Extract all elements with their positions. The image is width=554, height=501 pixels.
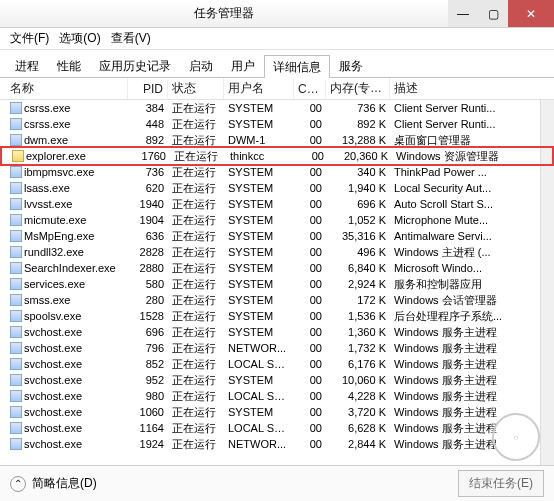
cell-desc: Antimalware Servi... <box>390 230 554 242</box>
table-row[interactable]: svchost.exe1924正在运行NETWOR...002,844 KWin… <box>0 436 554 452</box>
table-row[interactable]: micmute.exe1904正在运行SYSTEM001,052 KMicrop… <box>0 212 554 228</box>
process-icon <box>10 422 22 434</box>
process-icon <box>10 230 22 242</box>
tab-0[interactable]: 进程 <box>6 54 48 77</box>
table-row[interactable]: svchost.exe796正在运行NETWOR...001,732 KWind… <box>0 340 554 356</box>
cell-name: lsass.exe <box>6 182 128 194</box>
cell-mem: 2,924 K <box>326 278 390 290</box>
process-icon <box>10 102 22 114</box>
cell-mem: 10,060 K <box>326 374 390 386</box>
cell-mem: 13,288 K <box>326 134 390 146</box>
cell-cpu: 00 <box>294 342 326 354</box>
cell-status: 正在运行 <box>168 261 224 276</box>
cell-status: 正在运行 <box>168 229 224 244</box>
process-list: csrss.exe384正在运行SYSTEM00736 KClient Serv… <box>0 100 554 452</box>
watermark-icon: ○ <box>492 413 540 461</box>
col-pid[interactable]: PID <box>128 80 168 98</box>
process-icon <box>10 310 22 322</box>
cell-mem: 6,840 K <box>326 262 390 274</box>
cell-desc: ThinkPad Power ... <box>390 166 554 178</box>
tab-4[interactable]: 用户 <box>222 54 264 77</box>
col-user[interactable]: 用户名 <box>224 78 294 99</box>
table-row[interactable]: svchost.exe852正在运行LOCAL SE...006,176 KWi… <box>0 356 554 372</box>
table-row[interactable]: smss.exe280正在运行SYSTEM00172 KWindows 会话管理… <box>0 292 554 308</box>
cell-mem: 20,360 K <box>328 150 392 162</box>
cell-name: svchost.exe <box>6 390 128 402</box>
cell-cpu: 00 <box>294 102 326 114</box>
col-name[interactable]: 名称 <box>6 78 128 99</box>
cell-mem: 1,360 K <box>326 326 390 338</box>
table-row[interactable]: svchost.exe980正在运行LOCAL SE...004,228 KWi… <box>0 388 554 404</box>
cell-status: 正在运行 <box>168 117 224 132</box>
menu-options[interactable]: 选项(O) <box>55 28 104 49</box>
tab-bar: 进程性能应用历史记录启动用户详细信息服务 <box>0 50 554 78</box>
cell-mem: 340 K <box>326 166 390 178</box>
cell-status: 正在运行 <box>170 149 226 164</box>
process-icon <box>10 166 22 178</box>
minimize-button[interactable]: — <box>448 0 478 27</box>
table-row[interactable]: csrss.exe448正在运行SYSTEM00892 KClient Serv… <box>0 116 554 132</box>
cell-pid: 980 <box>128 390 168 402</box>
table-row[interactable]: ibmpmsvc.exe736正在运行SYSTEM00340 KThinkPad… <box>0 164 554 180</box>
cell-desc: Windows 服务主进程 <box>390 325 554 340</box>
cell-cpu: 00 <box>294 166 326 178</box>
cell-status: 正在运行 <box>168 405 224 420</box>
cell-mem: 6,628 K <box>326 422 390 434</box>
table-row[interactable]: MsMpEng.exe636正在运行SYSTEM0035,316 KAntima… <box>0 228 554 244</box>
cell-cpu: 00 <box>294 214 326 226</box>
tab-5[interactable]: 详细信息 <box>264 55 330 78</box>
cell-status: 正在运行 <box>168 197 224 212</box>
table-row[interactable]: svchost.exe952正在运行SYSTEM0010,060 KWindow… <box>0 372 554 388</box>
tab-6[interactable]: 服务 <box>330 54 372 77</box>
col-desc[interactable]: 描述 <box>390 78 554 99</box>
cell-mem: 892 K <box>326 118 390 130</box>
table-row[interactable]: lvvsst.exe1940正在运行SYSTEM00696 KAuto Scro… <box>0 196 554 212</box>
cell-pid: 736 <box>128 166 168 178</box>
cell-name: svchost.exe <box>6 326 128 338</box>
table-row[interactable]: svchost.exe696正在运行SYSTEM001,360 KWindows… <box>0 324 554 340</box>
tab-3[interactable]: 启动 <box>180 54 222 77</box>
cell-pid: 2880 <box>128 262 168 274</box>
cell-user: SYSTEM <box>224 198 294 210</box>
end-task-button[interactable]: 结束任务(E) <box>458 470 544 497</box>
table-row[interactable]: services.exe580正在运行SYSTEM002,924 K服务和控制器… <box>0 276 554 292</box>
cell-mem: 496 K <box>326 246 390 258</box>
process-icon <box>10 118 22 130</box>
cell-desc: Windows 服务主进程 <box>390 373 554 388</box>
col-cpu[interactable]: CPU <box>294 80 326 98</box>
tab-1[interactable]: 性能 <box>48 54 90 77</box>
col-status[interactable]: 状态 <box>168 78 224 99</box>
table-row[interactable]: SearchIndexer.exe2880正在运行SYSTEM006,840 K… <box>0 260 554 276</box>
table-row[interactable]: rundll32.exe2828正在运行SYSTEM00496 KWindows… <box>0 244 554 260</box>
simple-info-label: 简略信息(D) <box>32 475 97 492</box>
cell-mem: 1,940 K <box>326 182 390 194</box>
window-title: 任务管理器 <box>0 5 448 22</box>
table-row[interactable]: svchost.exe1060正在运行SYSTEM003,720 KWindow… <box>0 404 554 420</box>
cell-mem: 4,228 K <box>326 390 390 402</box>
table-row[interactable]: explorer.exe1760正在运行thinkcc0020,360 KWin… <box>0 146 554 166</box>
simple-info-toggle[interactable]: ⌃ 简略信息(D) <box>10 475 97 492</box>
col-mem[interactable]: 内存(专用... <box>326 78 390 99</box>
cell-name: svchost.exe <box>6 374 128 386</box>
cell-user: SYSTEM <box>224 262 294 274</box>
cell-cpu: 00 <box>294 406 326 418</box>
maximize-button[interactable]: ▢ <box>478 0 508 27</box>
process-icon <box>10 134 22 146</box>
cell-name: csrss.exe <box>6 118 128 130</box>
close-button[interactable]: ✕ <box>508 0 554 27</box>
cell-cpu: 00 <box>294 182 326 194</box>
menu-view[interactable]: 查看(V) <box>107 28 155 49</box>
table-row[interactable]: spoolsv.exe1528正在运行SYSTEM001,536 K后台处理程序… <box>0 308 554 324</box>
cell-user: SYSTEM <box>224 214 294 226</box>
table-row[interactable]: csrss.exe384正在运行SYSTEM00736 KClient Serv… <box>0 100 554 116</box>
table-row[interactable]: lsass.exe620正在运行SYSTEM001,940 KLocal Sec… <box>0 180 554 196</box>
cell-mem: 3,720 K <box>326 406 390 418</box>
menu-file[interactable]: 文件(F) <box>6 28 53 49</box>
tab-2[interactable]: 应用历史记录 <box>90 54 180 77</box>
process-icon <box>10 358 22 370</box>
cell-user: LOCAL SE... <box>224 422 294 434</box>
cell-user: thinkcc <box>226 150 296 162</box>
table-row[interactable]: svchost.exe1164正在运行LOCAL SE...006,628 KW… <box>0 420 554 436</box>
cell-pid: 952 <box>128 374 168 386</box>
cell-cpu: 00 <box>294 294 326 306</box>
